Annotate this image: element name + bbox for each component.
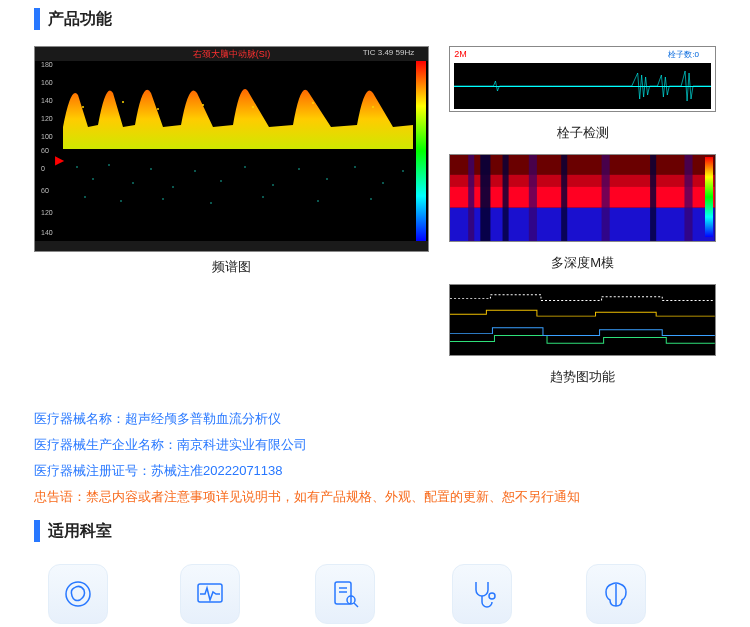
monitor-icon bbox=[180, 564, 240, 624]
svg-point-23 bbox=[120, 200, 122, 202]
svg-point-10 bbox=[132, 182, 134, 184]
svg-point-20 bbox=[382, 182, 384, 184]
svg-rect-33 bbox=[468, 155, 474, 241]
dept-item-neurology: 神经内科 bbox=[180, 564, 240, 627]
section-header-functions: 产品功能 bbox=[0, 0, 750, 38]
mmode-chart bbox=[449, 154, 716, 242]
svg-point-41 bbox=[66, 582, 90, 606]
svg-rect-39 bbox=[650, 155, 656, 241]
svg-rect-43 bbox=[335, 582, 351, 604]
svg-point-6 bbox=[372, 106, 374, 108]
emboli-caption: 栓子检测 bbox=[449, 118, 716, 148]
svg-point-11 bbox=[150, 168, 152, 170]
svg-rect-38 bbox=[602, 155, 610, 241]
colorbar-icon bbox=[416, 61, 426, 241]
dept-item-neurosurgery: 神经外科 bbox=[48, 564, 108, 627]
svg-point-26 bbox=[262, 196, 264, 198]
spectral-chart: 右颈大脑中动脉(SI) TIC 3.49 59Hz 180160140 1201… bbox=[34, 46, 429, 252]
svg-point-14 bbox=[220, 180, 222, 182]
svg-point-8 bbox=[92, 178, 94, 180]
svg-point-1 bbox=[122, 101, 124, 103]
departments-row: 神经外科 神经内科 重症监护室 功能检查科 体检科 bbox=[0, 550, 750, 627]
spectral-header-tic: TIC 3.49 59Hz bbox=[363, 48, 415, 57]
svg-point-28 bbox=[370, 198, 372, 200]
section-title: 适用科室 bbox=[48, 521, 112, 542]
clipboard-search-icon bbox=[315, 564, 375, 624]
trend-lines bbox=[450, 285, 715, 355]
svg-point-17 bbox=[298, 168, 300, 170]
svg-point-27 bbox=[317, 200, 319, 202]
svg-point-12 bbox=[172, 186, 174, 188]
spectral-yaxis: 180160140 12010060 060120140 bbox=[37, 61, 61, 241]
mmode-caption: 多深度M模 bbox=[449, 248, 716, 278]
emboli-chart: 2M 栓子数:0 bbox=[449, 46, 716, 112]
svg-rect-34 bbox=[481, 155, 491, 241]
functions-area: 右颈大脑中动脉(SI) TIC 3.49 59Hz 180160140 1201… bbox=[0, 38, 750, 392]
svg-point-18 bbox=[326, 178, 328, 180]
functions-right-col: 2M 栓子数:0 栓子检测 bbox=[449, 46, 716, 392]
svg-point-48 bbox=[489, 593, 495, 599]
colorbar-icon bbox=[705, 157, 713, 237]
dept-item-checkup: 体检科 bbox=[586, 564, 646, 627]
stethoscope-icon bbox=[452, 564, 512, 624]
svg-point-13 bbox=[194, 170, 196, 172]
svg-point-7 bbox=[76, 166, 78, 168]
trend-chart bbox=[449, 284, 716, 356]
dept-item-functional: 功能检查科 bbox=[449, 564, 514, 627]
section-header-departments: 适用科室 bbox=[0, 520, 750, 550]
svg-point-9 bbox=[108, 164, 110, 166]
functions-left-col: 右颈大脑中动脉(SI) TIC 3.49 59Hz 180160140 1201… bbox=[34, 46, 429, 392]
dept-item-icu: 重症监护室 bbox=[312, 564, 377, 627]
spectral-caption: 频谱图 bbox=[34, 252, 429, 282]
svg-rect-37 bbox=[561, 155, 567, 241]
accent-bar-icon bbox=[34, 8, 40, 30]
spectral-waveform-top bbox=[63, 67, 413, 149]
emboli-label-right: 栓子数:0 bbox=[668, 49, 699, 60]
info-line-name: 医疗器械名称：超声经颅多普勒血流分析仪 bbox=[34, 406, 716, 432]
svg-rect-40 bbox=[685, 155, 693, 241]
svg-point-24 bbox=[162, 198, 164, 200]
svg-point-19 bbox=[354, 166, 356, 168]
svg-point-4 bbox=[252, 106, 254, 108]
info-line-warning: 忠告语：禁忌内容或者注意事项详见说明书，如有产品规格、外观、配置的更新、恕不另行… bbox=[34, 484, 716, 510]
svg-rect-35 bbox=[503, 155, 509, 241]
device-info: 医疗器械名称：超声经颅多普勒血流分析仪 医疗器械生产企业名称：南京科进实业有限公… bbox=[0, 392, 750, 520]
section-title: 产品功能 bbox=[48, 9, 112, 30]
svg-point-25 bbox=[210, 202, 212, 204]
info-line-manufacturer: 医疗器械生产企业名称：南京科进实业有限公司 bbox=[34, 432, 716, 458]
svg-point-5 bbox=[312, 102, 314, 104]
svg-point-2 bbox=[157, 108, 159, 110]
mmode-heatmap bbox=[450, 155, 715, 241]
svg-point-3 bbox=[202, 104, 204, 106]
emboli-label-left: 2M bbox=[454, 49, 467, 59]
accent-bar-icon bbox=[34, 520, 40, 542]
svg-point-21 bbox=[402, 170, 404, 172]
brain-icon bbox=[586, 564, 646, 624]
brain-icon bbox=[48, 564, 108, 624]
svg-rect-36 bbox=[529, 155, 537, 241]
spectral-header-title: 右颈大脑中动脉(SI) bbox=[193, 48, 271, 61]
svg-point-16 bbox=[272, 184, 274, 186]
info-line-reg: 医疗器械注册证号：苏械注准20222071138 bbox=[34, 458, 716, 484]
trend-caption: 趋势图功能 bbox=[449, 362, 716, 392]
spectral-waveform-bottom bbox=[63, 157, 413, 217]
svg-line-47 bbox=[354, 603, 358, 607]
svg-point-22 bbox=[84, 196, 86, 198]
svg-point-15 bbox=[244, 166, 246, 168]
svg-point-0 bbox=[82, 106, 84, 108]
